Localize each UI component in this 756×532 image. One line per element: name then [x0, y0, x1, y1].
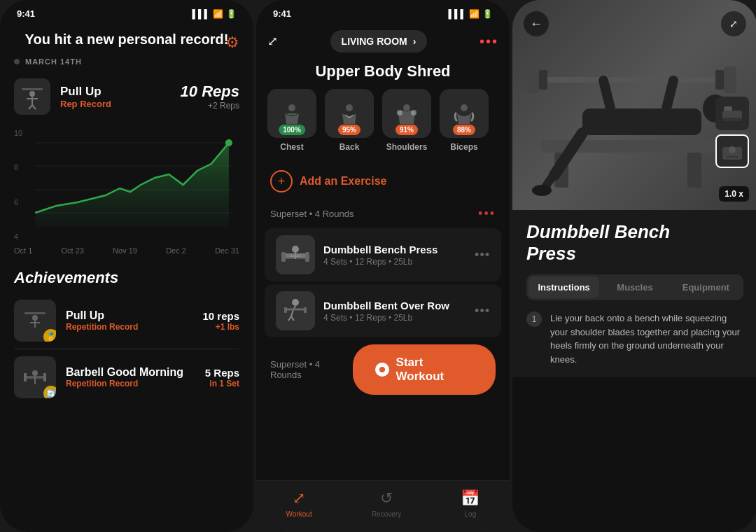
recovery-nav-icon: ↺: [380, 489, 393, 507]
svg-rect-17: [43, 373, 46, 382]
svg-point-22: [403, 104, 410, 111]
superset-2-row: Superset • 4 Rounds Start Workout: [256, 340, 510, 402]
svg-line-4: [29, 105, 32, 109]
pullup-achievement-icon: [22, 308, 48, 333]
signal-icon: ▌▌▌: [192, 9, 210, 19]
biceps-body-icon: [450, 99, 478, 127]
log-nav-icon: 📅: [461, 489, 479, 507]
exercise-image-area: ← ⤢ 1.0 x: [512, 0, 756, 210]
exercise-content: Dumbbell Bench Press Instructions Muscle…: [512, 210, 756, 377]
bent-row-thumb: [276, 291, 315, 330]
wifi-icon: 📶: [213, 9, 223, 19]
add-exercise-row[interactable]: + Add an Exercise: [256, 163, 510, 202]
back-label: Back: [340, 142, 360, 152]
bent-row-details: 4 Sets • 12 Reps • 25Lb: [323, 313, 466, 323]
playback-speed[interactable]: 1.0 x: [719, 186, 749, 202]
chest-body-icon: [278, 99, 306, 127]
time-1: 9:41: [17, 8, 35, 19]
chest-icon: 100%: [267, 89, 316, 138]
tab-muscles[interactable]: Muscles: [599, 276, 670, 298]
add-circle-icon: +: [270, 170, 293, 192]
gear-icon[interactable]: ⚙: [225, 34, 239, 52]
muscle-chest[interactable]: 100% Chest: [267, 89, 316, 152]
svg-rect-0: [22, 88, 43, 90]
video-thumbnails: [715, 97, 749, 168]
record-change: +2 Reps: [181, 101, 239, 111]
muscle-biceps[interactable]: 88% Biceps: [440, 89, 489, 152]
svg-rect-27: [281, 252, 286, 262]
start-icon: [375, 363, 389, 377]
svg-rect-45: [715, 70, 724, 90]
chart-x-labels: Oct 1 Oct 23 Nov 19 Dec 2 Dec 31: [14, 244, 239, 255]
record-date: MARCH 14TH: [0, 52, 253, 71]
shoulders-icon: 91%: [382, 89, 431, 138]
log-nav-label: Log: [465, 510, 477, 518]
start-workout-button[interactable]: Start Workout: [353, 344, 496, 395]
muscle-back[interactable]: 95% Back: [325, 89, 374, 152]
more-options-icon[interactable]: •••: [479, 34, 498, 50]
status-bar-1: 9:41 ▌▌▌ 📶 🔋: [0, 0, 253, 23]
athlete-bench-press-illustration: [512, 0, 750, 210]
svg-point-1: [29, 91, 35, 97]
svg-rect-44: [539, 70, 547, 90]
superset-1-more[interactable]: •••: [478, 206, 496, 221]
nav-recovery[interactable]: ↺ Recovery: [372, 489, 401, 518]
achievements-title: Achievements: [0, 262, 253, 293]
back-percent: 95%: [338, 125, 360, 135]
bench-press-icon: [280, 239, 311, 270]
status-bar-2: 9:41 ▌▌▌ 📶 🔋: [256, 0, 510, 23]
achievement-badge-2: 🔄: [43, 386, 56, 398]
exercise-1-more[interactable]: •••: [475, 248, 490, 262]
nav-log[interactable]: 📅 Log: [461, 489, 479, 518]
add-exercise-label: Add an Exercise: [300, 175, 387, 188]
signal-icon-2: ▌▌▌: [448, 9, 466, 19]
svg-point-20: [288, 104, 295, 111]
bent-row-info: Dumbbell Bent Over Row 4 Sets • 12 Reps …: [323, 300, 466, 323]
svg-point-18: [32, 370, 38, 376]
biceps-icon: 88%: [440, 89, 489, 138]
achievement-name-pullup: Pull Up: [66, 309, 192, 322]
svg-point-12: [32, 315, 38, 321]
muscle-shoulders[interactable]: 91% Shoulders: [382, 89, 431, 152]
nav-workout[interactable]: ⤢ Workout: [286, 489, 312, 518]
tab-instructions[interactable]: Instructions: [528, 276, 599, 298]
tab-equipment[interactable]: Equipment: [671, 276, 741, 298]
bent-row-name: Dumbbell Bent Over Row: [323, 300, 466, 312]
achievement-thumb-pullup: 🏅: [14, 300, 56, 342]
time-2: 9:41: [273, 8, 291, 19]
svg-rect-28: [305, 252, 309, 262]
biceps-label: Biceps: [450, 142, 477, 152]
shoulders-percent: 91%: [396, 125, 418, 135]
workout-title: Upper Body Shred: [256, 59, 510, 89]
exercise-bent-row[interactable]: Dumbbell Bent Over Row 4 Sets • 12 Reps …: [265, 284, 501, 337]
status-icons-1: ▌▌▌ 📶 🔋: [192, 9, 237, 19]
thumb-1-icon: [720, 101, 745, 126]
shoulders-label: Shoulders: [386, 142, 428, 152]
achievement-value-pullup: 10 reps +1 lbs: [202, 310, 239, 332]
location-pill[interactable]: LIVING ROOM ›: [330, 30, 428, 52]
workout-nav-icon: ⤢: [293, 489, 305, 507]
pullup-icon: [18, 83, 46, 111]
date-dot: [14, 59, 20, 64]
expand-button[interactable]: ⤢: [721, 11, 746, 36]
wifi-icon-2: 📶: [469, 9, 479, 19]
exercise-2-more[interactable]: •••: [475, 304, 490, 318]
svg-rect-42: [526, 66, 539, 93]
achievement-type-barbell: Repetition Record: [66, 379, 195, 388]
achievement-type-pullup: Repetition Record: [66, 322, 192, 332]
chart-svg: [14, 129, 239, 241]
svg-rect-11: [24, 312, 46, 314]
svg-rect-16: [24, 373, 27, 382]
thumbnail-1[interactable]: [715, 97, 749, 130]
expand-arrows-icon[interactable]: ⤢: [267, 34, 278, 49]
superset-1-label: Superset • 4 Rounds: [270, 209, 354, 219]
svg-rect-41: [533, 77, 729, 83]
svg-line-48: [603, 80, 610, 108]
back-button[interactable]: ←: [524, 11, 549, 36]
start-workout-label: Start Workout: [396, 356, 473, 384]
progress-chart: 10 8 6 4 Oct 1 Oct: [0, 122, 253, 262]
bench-press-info: Dumbbell Bench Press 4 Sets • 12 Reps • …: [323, 244, 466, 267]
location-label: LIVING ROOM: [342, 36, 407, 47]
thumbnail-2[interactable]: [715, 134, 749, 168]
exercise-bench-press[interactable]: Dumbbell Bench Press 4 Sets • 12 Reps • …: [265, 228, 501, 281]
